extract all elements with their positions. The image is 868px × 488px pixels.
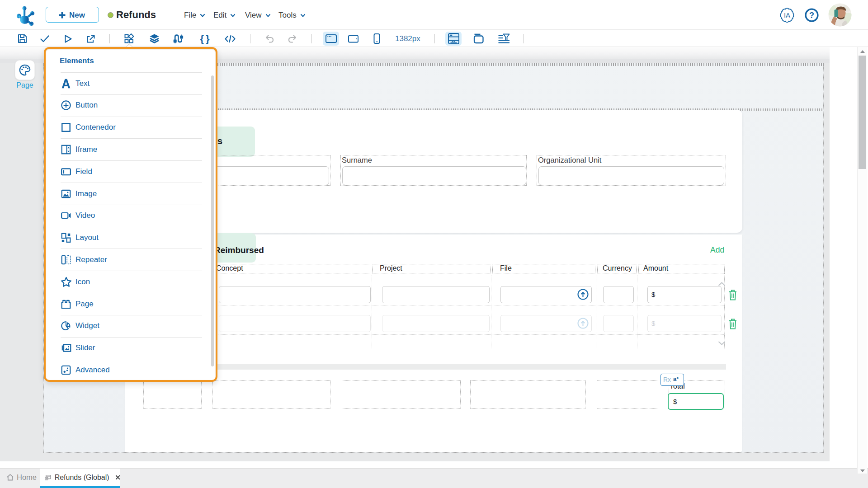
- svg-text:?: ?: [809, 11, 814, 20]
- svg-text:IA: IA: [784, 11, 790, 19]
